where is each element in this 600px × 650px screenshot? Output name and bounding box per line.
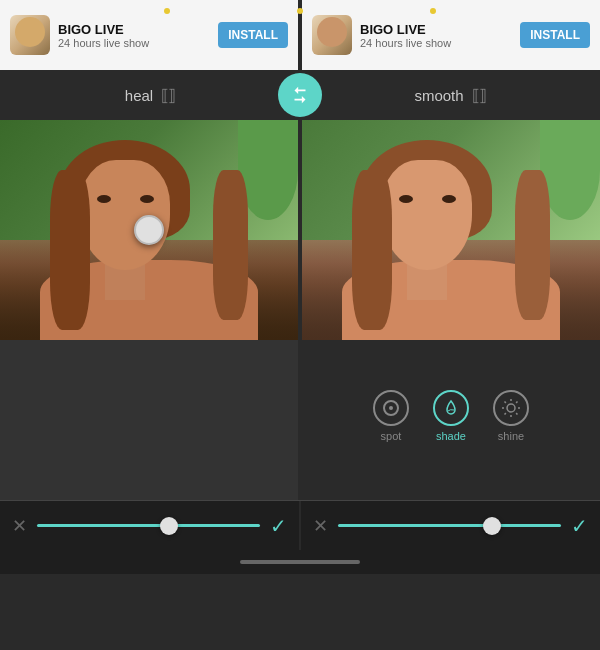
tool-item-shade[interactable]: shade [433,390,469,442]
split-icon-left: ⟦⟧ [161,86,175,105]
compare-toggle-button[interactable] [278,73,322,117]
svg-line-7 [505,402,506,403]
ad-panel-left[interactable]: BIGO LIVE 24 hours live show INSTALL [0,0,298,70]
tool-item-spot[interactable]: spot [373,390,409,442]
photo-right [302,120,600,340]
svg-line-9 [516,402,517,403]
ad-title-left: BIGO LIVE [58,22,210,37]
ad-panel-right[interactable]: BIGO LIVE 24 hours live show INSTALL [298,0,600,70]
filter-left: heal ⟦⟧ [0,86,300,105]
home-bar [0,550,600,574]
slider-thumb-right[interactable] [483,517,501,535]
compare-icon [289,84,311,106]
tool-item-shine[interactable]: shine [493,390,529,442]
ad-install-btn-right[interactable]: INSTALL [520,22,590,48]
slider-panel-left: ✕ ✓ [0,501,299,550]
bottom-panel-right: spot shade [298,340,600,500]
cancel-btn-left[interactable]: ✕ [12,515,27,537]
shade-label: shade [436,430,466,442]
ad-subtitle-left: 24 hours live show [58,37,210,49]
tool-area: spot shade [0,340,600,550]
ad-avatar-right [312,15,352,55]
ad-subtitle-right: 24 hours live show [360,37,512,49]
drag-handle[interactable] [134,215,164,245]
ad-container: BIGO LIVE 24 hours live show INSTALL BIG… [0,0,600,70]
svg-point-2 [507,404,515,412]
ad-text-left: BIGO LIVE 24 hours live show [58,22,210,49]
slider-track-left[interactable] [37,524,260,527]
bottom-panel-left [0,340,298,500]
svg-line-10 [505,413,506,414]
slider-track-right[interactable] [338,524,561,527]
split-icon-right: ⟦⟧ [472,86,486,105]
image-panel-left[interactable] [0,120,298,340]
shine-icon [493,390,529,426]
spot-label: spot [381,430,402,442]
ad-text-right: BIGO LIVE 24 hours live show [360,22,512,49]
home-bar-indicator [240,560,360,564]
dual-bottom: spot shade [0,340,600,500]
cancel-btn-right[interactable]: ✕ [313,515,328,537]
slider-panel-right: ✕ ✓ [299,501,600,550]
filter-bar: heal ⟦⟧ smooth ⟦⟧ [0,70,600,120]
svg-line-8 [516,413,517,414]
slider-row: ✕ ✓ ✕ ✓ [0,500,600,550]
image-panel-right[interactable] [298,120,600,340]
ad-title-right: BIGO LIVE [360,22,512,37]
spot-icon [373,390,409,426]
filter-smooth-label: smooth [414,87,463,104]
slider-thumb-left[interactable] [160,517,178,535]
image-area [0,120,600,340]
shade-icon [433,390,469,426]
tool-icons: spot shade [373,390,529,442]
svg-point-1 [389,406,393,410]
ad-install-btn-left[interactable]: INSTALL [218,22,288,48]
confirm-btn-left[interactable]: ✓ [270,514,287,538]
confirm-btn-right[interactable]: ✓ [571,514,588,538]
ad-avatar-left [10,15,50,55]
filter-right: smooth ⟦⟧ [300,86,600,105]
filter-heal-label: heal [125,87,153,104]
shine-label: shine [498,430,524,442]
